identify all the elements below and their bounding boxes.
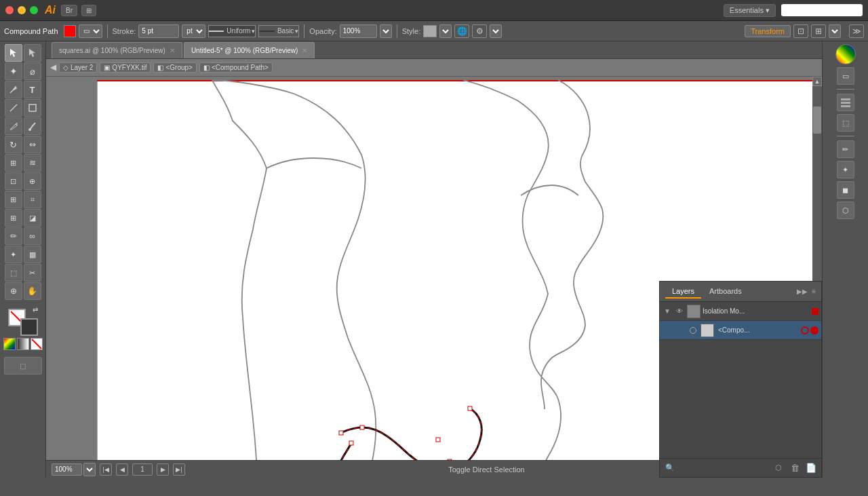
reflect-tool[interactable]: ⇔ <box>24 136 41 153</box>
color-mode-btn[interactable] <box>3 338 16 350</box>
layer-expand-compound[interactable] <box>676 326 686 335</box>
scroll-up-arrow[interactable]: ▲ <box>812 77 822 86</box>
color-circle[interactable] <box>810 326 818 335</box>
layer-row-compound[interactable]: <Compo... <box>660 321 821 340</box>
stroke-swatch[interactable] <box>20 318 38 336</box>
stroke-basic-display[interactable]: Basic ▾ <box>258 25 299 37</box>
slice-tool[interactable]: ✂ <box>24 264 41 282</box>
brush-tool[interactable] <box>24 117 41 135</box>
stroke-pattern-display[interactable]: Uniform ▾ <box>208 25 256 37</box>
brush-panel-btn[interactable]: ✏ <box>837 140 854 158</box>
type-tool[interactable]: T <box>24 81 41 98</box>
pen-tool[interactable] <box>5 81 22 98</box>
zoom-tool[interactable]: ⊕ <box>5 282 22 300</box>
color-panel-btn[interactable] <box>835 44 856 64</box>
panel-expand-btn[interactable]: ▶▶ <box>797 288 808 295</box>
close-button[interactable] <box>5 6 14 14</box>
symbol-tool[interactable]: ✦ <box>5 246 22 263</box>
breadcrumb-qyfyxk[interactable]: ▣ QYFYXK.tif <box>100 62 151 73</box>
maximize-button[interactable] <box>30 6 38 14</box>
scroll-thumb[interactable] <box>813 107 821 134</box>
style-select[interactable]: ▾ <box>439 24 452 38</box>
line-tool[interactable] <box>5 99 22 117</box>
free-transform-tool[interactable]: ⊡ <box>5 172 22 190</box>
gradient-tool[interactable]: ◪ <box>24 209 41 227</box>
artboards-panel-btn[interactable]: ⬚ <box>837 114 854 132</box>
magic-wand-tool[interactable]: ✦ <box>5 62 22 80</box>
panel-collapse-btn[interactable]: ≫ <box>849 24 864 38</box>
scale-tool[interactable]: ⊞ <box>5 154 22 172</box>
pencil-tool[interactable] <box>5 117 22 135</box>
transform-extra-select[interactable]: ▾ <box>829 24 841 38</box>
layer-expand-btn[interactable]: ▼ <box>663 307 672 316</box>
appearance-btn[interactable]: ⬡ <box>837 202 854 219</box>
fill-stroke-swatches[interactable]: ⇄ <box>8 306 38 336</box>
breadcrumb-compound-path[interactable]: ◧ <Compound Path> <box>199 62 273 73</box>
essentials-button[interactable]: Essentials ▾ <box>724 4 776 17</box>
breadcrumb-layer2[interactable]: ◇ Layer 2 <box>59 62 97 73</box>
make-clip-btn[interactable]: ⬡ <box>772 462 785 474</box>
zoom-select[interactable]: ▾ <box>83 463 96 476</box>
opacity-unit-select[interactable]: ▾ <box>380 24 392 38</box>
lasso-tool[interactable]: ⌀ <box>24 62 41 80</box>
blend-tool[interactable]: ∞ <box>24 227 41 245</box>
gradient-mode-btn[interactable] <box>17 338 29 350</box>
hand-tool[interactable]: ✋ <box>24 282 41 300</box>
breadcrumb-back[interactable]: ◀ <box>50 62 56 72</box>
tab-squares[interactable]: squares.ai @ 100% (RGB/Preview) ✕ <box>52 42 182 58</box>
stroke-type-select[interactable]: ▭ <box>79 24 102 38</box>
stroke-unit-select[interactable]: pt <box>182 24 205 38</box>
stroke-color-swatch[interactable] <box>64 25 76 37</box>
settings-button[interactable]: ⚙ <box>472 24 487 38</box>
none-mode-btn[interactable] <box>31 338 43 350</box>
nav-prev-btn[interactable]: ◀ <box>116 463 128 476</box>
artboards-tab[interactable]: Artboards <box>703 285 749 299</box>
graphic-styles-btn[interactable]: ◼ <box>837 181 854 199</box>
view-mode-btn[interactable]: ⬚ <box>4 357 42 375</box>
layers-tab[interactable]: Layers <box>665 285 701 299</box>
transform-icon-2[interactable]: ⊞ <box>811 24 826 38</box>
stroke-panel-btn[interactable]: ▭ <box>837 67 854 85</box>
zoom-input[interactable] <box>52 463 82 476</box>
nav-last-btn[interactable]: ▶| <box>173 463 185 476</box>
swap-icon[interactable]: ⇄ <box>33 306 38 313</box>
mesh-tool[interactable]: ⊞ <box>5 209 22 227</box>
stroke-value-input[interactable] <box>138 24 179 38</box>
opacity-input[interactable] <box>340 24 377 38</box>
arrange-button[interactable]: ⊞ <box>81 5 96 16</box>
shape-builder-tool[interactable]: ⊞ <box>5 191 22 208</box>
new-layer-btn[interactable]: 📄 <box>805 462 817 474</box>
transform-button[interactable]: Transform <box>745 25 791 37</box>
column-graph-tool[interactable]: ▦ <box>24 246 41 263</box>
artboard-tool[interactable]: ⬚ <box>5 264 22 282</box>
breadcrumb-group[interactable]: ◧ <Group> <box>153 62 196 73</box>
selection-tool[interactable] <box>5 44 22 62</box>
rotate-tool[interactable]: ↻ <box>5 136 22 153</box>
symbols-panel-btn[interactable]: ✦ <box>837 161 854 178</box>
tab-close-squares[interactable]: ✕ <box>170 47 175 54</box>
nav-first-btn[interactable]: |◀ <box>100 463 112 476</box>
delete-layer-btn[interactable]: 🗑 <box>789 462 801 474</box>
bridge-button[interactable]: Br <box>61 5 77 16</box>
panel-menu-btn[interactable]: ≡ <box>812 288 816 295</box>
minimize-button[interactable] <box>18 6 26 14</box>
layers-panel-btn[interactable] <box>837 94 854 111</box>
tab-close-untitled5[interactable]: ✕ <box>302 47 307 54</box>
svg-rect-22 <box>841 98 850 100</box>
nav-next-btn[interactable]: ▶ <box>157 463 169 476</box>
transform-icon-1[interactable]: ⊡ <box>793 24 808 38</box>
warp-tool[interactable]: ≋ <box>24 154 41 172</box>
tab-untitled5[interactable]: Untitled-5* @ 100% (RGB/Preview) ✕ <box>184 42 315 58</box>
rect-tool[interactable] <box>24 99 41 117</box>
style-swatch[interactable] <box>423 25 437 37</box>
direct-selection-tool[interactable] <box>24 44 41 62</box>
perspective-tool[interactable]: ⌗ <box>24 191 41 208</box>
visibility-circle[interactable] <box>801 326 809 335</box>
search-input[interactable] <box>781 4 863 16</box>
search-layers-btn[interactable]: 🔍 <box>664 462 676 474</box>
puppet-warp-tool[interactable]: ⊕ <box>24 172 41 190</box>
globe-button[interactable]: 🌐 <box>454 24 469 38</box>
settings-extra-select[interactable]: ▾ <box>490 24 502 38</box>
layer-visibility-btn[interactable]: 👁 <box>674 306 685 317</box>
eyedropper-tool[interactable]: ✏ <box>5 227 22 245</box>
